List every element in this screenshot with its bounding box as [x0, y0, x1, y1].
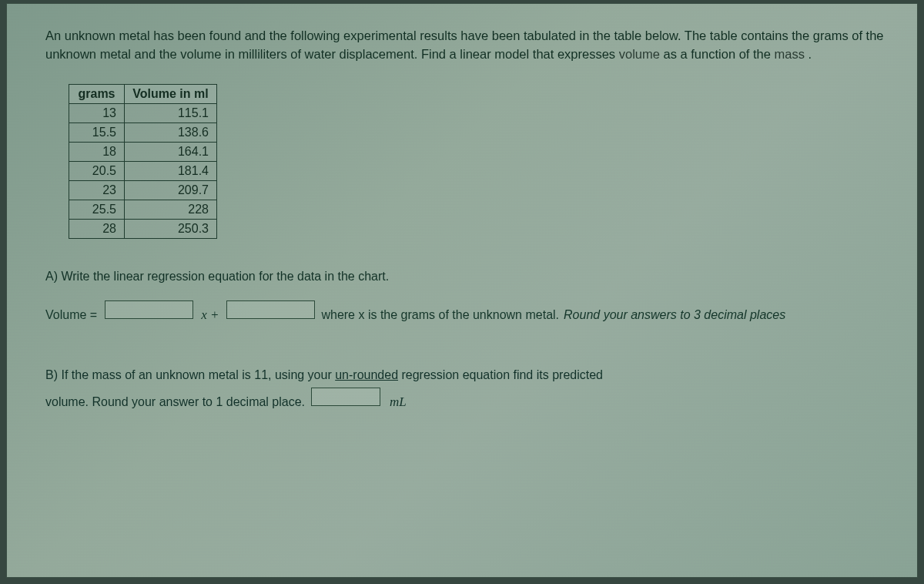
problem-statement: An unknown metal has been found and the … [45, 27, 886, 64]
part-b-line1: B) If the mass of an unknown metal is 11… [45, 363, 886, 388]
problem-panel: An unknown metal has been found and the … [6, 3, 918, 578]
col-header-grams: grams [69, 84, 125, 103]
cell-volume: 115.1 [125, 103, 217, 123]
unit-ml: mL [387, 389, 407, 415]
cell-volume: 209.7 [125, 180, 217, 200]
cell-volume: 228 [125, 200, 217, 219]
part-a-equation-line: Volume = x + where x is the grams of the… [45, 300, 886, 329]
part-b-text-2a: volume. Round your answer to 1 decimal p… [45, 390, 305, 415]
table-row: 20.5 181.4 [69, 161, 217, 180]
part-b: B) If the mass of an unknown metal is 11… [45, 363, 886, 415]
intro-text-2: as a function of the [664, 47, 775, 61]
x-plus-label: x + [199, 301, 220, 329]
part-a-rounding-note: Round your answers to 3 decimal places [564, 302, 785, 328]
cell-grams: 28 [69, 219, 125, 238]
slope-input[interactable] [105, 300, 193, 319]
cell-grams: 13 [69, 103, 125, 123]
cell-grams: 23 [69, 180, 125, 200]
table-header-row: grams Volume in ml [69, 84, 217, 103]
cell-grams: 20.5 [69, 161, 125, 180]
data-table: grams Volume in ml 13 115.1 15.5 138.6 1… [69, 84, 217, 239]
intercept-input[interactable] [226, 300, 315, 319]
intro-emph-volume: volume [619, 47, 660, 61]
part-b-text-1a: B) If the mass of an unknown metal is 11… [45, 368, 335, 381]
table-row: 18 164.1 [69, 142, 217, 161]
part-b-unrounded: un-rounded [335, 368, 398, 381]
table-row: 23 209.7 [69, 180, 217, 200]
table-row: 13 115.1 [69, 103, 217, 123]
cell-volume: 181.4 [125, 161, 217, 180]
cell-volume: 164.1 [125, 142, 217, 161]
part-b-text-1b: regression equation find its predicted [401, 368, 603, 381]
cell-grams: 18 [69, 142, 125, 161]
table-row: 15.5 138.6 [69, 123, 217, 142]
table-row: 28 250.3 [69, 219, 217, 238]
col-header-volume: Volume in ml [125, 84, 217, 103]
intro-period: . [808, 47, 812, 61]
part-b-line2: volume. Round your answer to 1 decimal p… [45, 388, 886, 415]
volume-equals-label: Volume = [45, 302, 97, 328]
cell-grams: 25.5 [69, 200, 125, 219]
cell-grams: 15.5 [69, 123, 125, 142]
cell-volume: 138.6 [125, 123, 217, 142]
predicted-volume-input[interactable] [311, 388, 380, 406]
cell-volume: 250.3 [125, 219, 217, 238]
table-row: 25.5 228 [69, 200, 217, 219]
part-a-tail: where x is the grams of the unknown meta… [321, 302, 559, 328]
intro-emph-mass: mass [775, 47, 805, 61]
part-a-prompt: A) Write the linear regression equation … [45, 270, 886, 284]
